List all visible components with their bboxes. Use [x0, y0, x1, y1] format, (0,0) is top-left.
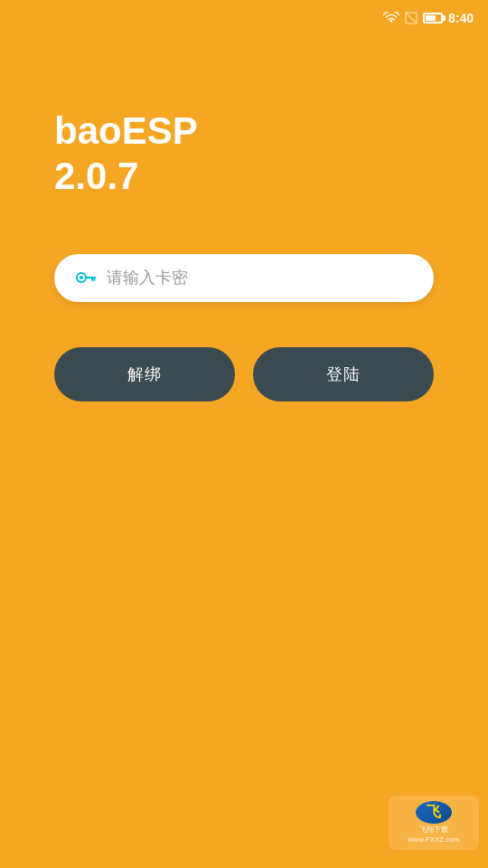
card-password-input[interactable]: [107, 269, 412, 288]
main-content: baoESP 2.0.7 解绑 登陆: [0, 36, 488, 401]
app-title: baoESP: [54, 108, 198, 154]
watermark-logo: 飞: [416, 801, 452, 824]
watermark: 飞 飞翔下载 www.FXXZ.com: [389, 796, 479, 850]
status-time: 8:40: [448, 11, 474, 25]
status-bar-icons: 8:40: [383, 11, 474, 25]
button-row: 解绑 登陆: [54, 347, 434, 401]
svg-point-3: [80, 276, 83, 279]
notification-icon: [405, 12, 418, 24]
key-icon: [76, 270, 96, 285]
unbind-button[interactable]: 解绑: [54, 347, 235, 401]
wifi-icon: [383, 12, 399, 24]
status-bar: 8:40: [0, 0, 488, 36]
login-button[interactable]: 登陆: [253, 347, 434, 401]
svg-line-1: [406, 13, 417, 24]
password-input-container: [54, 254, 434, 302]
watermark-text: 飞翔下载 www.FXXZ.com: [408, 826, 460, 844]
app-version: 2.0.7: [54, 154, 138, 199]
battery-icon: [423, 13, 443, 24]
